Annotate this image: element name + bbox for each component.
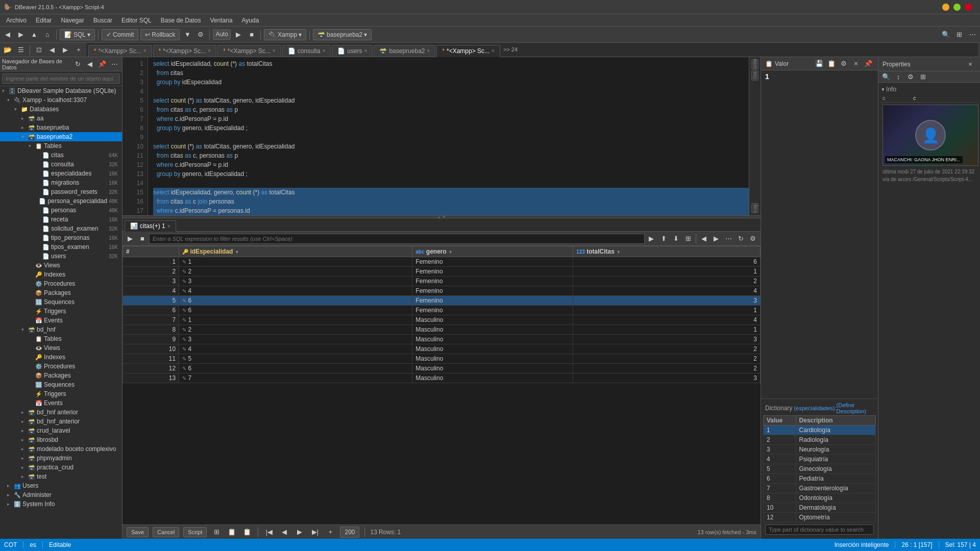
value-save[interactable]: 💾 — [814, 58, 825, 69]
footer-next[interactable]: ▶ — [294, 527, 305, 538]
tab-close-script4[interactable]: × — [492, 48, 495, 54]
sql-button[interactable]: 📝 SQL ▾ — [60, 29, 95, 40]
menu-editor-sql[interactable]: Editor SQL — [117, 16, 156, 25]
sidebar-search-input[interactable] — [2, 73, 120, 84]
tree-item-29[interactable]: 🔑Indexes — [0, 353, 122, 362]
res-export[interactable]: ⬆ — [658, 233, 669, 244]
col-idEspecialidad[interactable]: 🔑 idEspecialidad ▼ — [179, 246, 412, 257]
table-row[interactable]: 3✎ 3Femenino2 — [123, 277, 761, 286]
value-settings[interactable]: ⚙ — [838, 58, 849, 69]
rollback-button[interactable]: ↩ Rollback — [140, 29, 180, 40]
side-log[interactable]: Log — [751, 203, 758, 213]
tree-item-14[interactable]: 📄receta16K — [0, 215, 122, 224]
col-filter-total[interactable]: ▼ — [616, 249, 621, 255]
value-copy[interactable]: 📋 — [826, 58, 837, 69]
res-prev[interactable]: ◀ — [698, 233, 709, 244]
dict-link[interactable]: (especialidades): — [794, 405, 836, 411]
tree-item-40[interactable]: ▸🗃️phpmyadmin — [0, 454, 122, 463]
table-row[interactable]: 13✎ 7Masculino3 — [123, 373, 761, 383]
tree-item-22[interactable]: 📦Packages — [0, 288, 122, 297]
tree-item-3[interactable]: ▸🗃️aa — [0, 114, 122, 123]
tab-close-1[interactable]: × — [208, 48, 211, 54]
menu-archivo[interactable]: Archivo — [2, 16, 31, 25]
tree-item-39[interactable]: ▸🗃️modelado boceto complexivo — [0, 444, 122, 454]
props-icons[interactable]: ⊞ — [917, 71, 928, 83]
res-nav-settings[interactable]: ⋯ — [723, 233, 734, 244]
tree-item-6[interactable]: ▾📋Tables — [0, 141, 122, 151]
table-row[interactable]: 2✎ 2Femenino1 — [123, 267, 761, 277]
panel-expand[interactable]: ▶ — [60, 44, 71, 56]
tree-item-9[interactable]: 📄especialidades16K — [0, 169, 122, 178]
tree-item-42[interactable]: ▸🗃️test — [0, 472, 122, 481]
toolbar-more[interactable]: ⋯ — [967, 29, 978, 40]
result-tab-close[interactable]: × — [167, 223, 170, 229]
tab-0[interactable]: * *<Xampp> Sc... × — [88, 45, 152, 57]
res-import[interactable]: ⬇ — [670, 233, 681, 244]
tree-item-10[interactable]: 📄migrations16K — [0, 178, 122, 187]
tab-close-2[interactable]: × — [273, 48, 276, 54]
tree-item-1[interactable]: ▾🔌Xampp - localhost:3307 — [0, 95, 122, 105]
menu-base-datos[interactable]: Base de Datos — [157, 16, 205, 25]
minimize-button[interactable] — [942, 4, 949, 11]
col-genero[interactable]: abc genero ▼ — [412, 246, 573, 257]
dict-row-0[interactable]: 1Cardiología — [764, 425, 876, 435]
maximize-button[interactable] — [953, 4, 961, 11]
footer-paste[interactable]: 📋 — [241, 527, 253, 538]
panel-toggle[interactable]: ☰ — [15, 44, 27, 56]
tab-close-0[interactable]: × — [143, 48, 146, 54]
footer-align[interactable]: ⊞ — [211, 527, 222, 538]
commit-button[interactable]: ✓ Commit — [102, 29, 138, 40]
tab-close-consulta[interactable]: × — [322, 48, 325, 54]
sidebar-collapse[interactable]: ◀ — [84, 59, 95, 70]
toolbar-settings[interactable]: ⚙ — [195, 29, 206, 40]
props-sort[interactable]: ↕ — [893, 71, 904, 83]
footer-prev[interactable]: ◀ — [279, 527, 290, 538]
table-row[interactable]: 5✎ 6Femenino3 — [123, 296, 761, 306]
toolbar-stop[interactable]: ■ — [246, 29, 257, 40]
table-row[interactable]: 8✎ 2Masculino1 — [123, 325, 761, 335]
dict-row-3[interactable]: 4Psiquiatría — [764, 455, 876, 464]
tree-item-15[interactable]: 📄solicitud_examen32K — [0, 224, 122, 233]
res-next[interactable]: ▶ — [710, 233, 722, 244]
close-button[interactable] — [965, 4, 972, 11]
dict-row-8[interactable]: 10Dermatología — [764, 503, 876, 513]
save-button[interactable]: Save — [127, 527, 149, 537]
sidebar-sync[interactable]: ↻ — [72, 59, 83, 70]
tree-item-19[interactable]: 👁️Views — [0, 261, 122, 270]
col-filter-id[interactable]: ▼ — [235, 249, 239, 255]
tree-item-33[interactable]: ⚡Triggers — [0, 389, 122, 398]
table-row[interactable]: 7✎ 1Masculino4 — [123, 315, 761, 325]
side-grille[interactable]: Grille — [751, 59, 758, 69]
db-selector[interactable]: 🗃️ baseprueba2 ▾ — [313, 29, 372, 40]
tree-item-27[interactable]: 📋Tables — [0, 334, 122, 343]
tree-item-37[interactable]: ▸🗃️crud_laravel — [0, 426, 122, 435]
table-row[interactable]: 4✎ 4Femenino4 — [123, 286, 761, 296]
sql-content[interactable]: select idEspecialidad, count (*) as tota… — [122, 57, 761, 215]
menu-buscar[interactable]: Buscar — [89, 16, 116, 25]
tab-baseprueba2[interactable]: 🗃️ baseprueba2 × — [374, 45, 435, 57]
footer-first[interactable]: |◀ — [263, 527, 275, 538]
tab-overflow[interactable]: >> 24 — [501, 46, 520, 53]
footer-copy[interactable]: 📋 — [226, 527, 237, 538]
tree-item-18[interactable]: 📄users32K — [0, 252, 122, 261]
res-settings[interactable]: ⚙ — [747, 233, 758, 244]
footer-add[interactable]: + — [325, 527, 336, 538]
tree-item-7[interactable]: 📄citas64K — [0, 151, 122, 160]
tree-item-12[interactable]: 📄persona_especialidad48K — [0, 196, 122, 206]
tree-item-45[interactable]: ▸ℹ️System Info — [0, 499, 122, 509]
tree-item-36[interactable]: ▸🗃️bd_hnf_anterior — [0, 417, 122, 426]
tree-item-31[interactable]: 📦Packages — [0, 371, 122, 380]
panel-layout[interactable]: ⊡ — [33, 44, 44, 56]
table-row[interactable]: 10✎ 4Masculino2 — [123, 344, 761, 354]
tree-item-41[interactable]: ▸🗃️practica_crud — [0, 463, 122, 472]
panel-collapse[interactable]: ◀ — [46, 44, 58, 56]
table-row[interactable]: 12✎ 6Masculino2 — [123, 364, 761, 373]
tab-close-users[interactable]: × — [364, 48, 368, 54]
tree-item-0[interactable]: ▾🗄️DBeaver Sample Database (SQLite) — [0, 86, 122, 95]
tree-item-35[interactable]: ▸🗃️bd_hnf anterior — [0, 408, 122, 417]
tree-item-43[interactable]: ▸👥Users — [0, 481, 122, 490]
toolbar-back[interactable]: ◀ — [2, 29, 13, 40]
filter-input[interactable] — [149, 234, 645, 244]
sidebar-settings[interactable]: ⋯ — [109, 59, 120, 70]
tree-item-23[interactable]: 🔢Sequences — [0, 297, 122, 307]
